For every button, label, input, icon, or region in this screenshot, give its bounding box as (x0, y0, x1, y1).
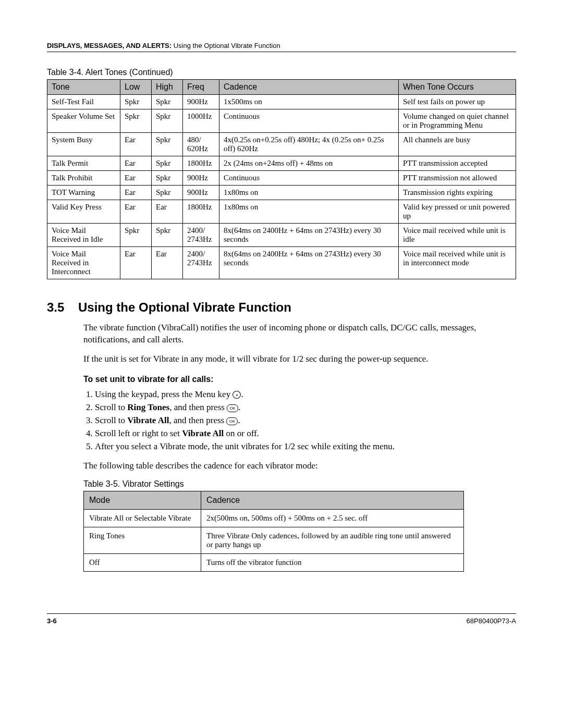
col-cadence: Cadence (219, 80, 399, 95)
table-row: Vibrate All or Selectable Vibrate2x(500m… (84, 510, 464, 527)
page-footer: 3-6 68P80400P73-A (47, 613, 516, 625)
vibrator-settings-table: Mode Cadence Vibrate All or Selectable V… (83, 491, 464, 572)
table-row: Voice Mail Received in InterconnectEarEa… (47, 247, 516, 279)
table-row: Voice Mail Received in IdleSpkrSpkr2400/… (47, 224, 516, 247)
table-row: Talk PermitEarSpkr1800Hz2x (24ms on+24ms… (47, 156, 516, 171)
col-cadence: Cadence (201, 491, 464, 510)
table-row: Talk ProhibitEarSpkr900HzContinuousPTT t… (47, 171, 516, 186)
table-row: Valid Key PressEarEar1800Hz1x80ms onVali… (47, 200, 516, 224)
col-mode: Mode (84, 491, 201, 510)
alert-tones-table: Tone Low High Freq Cadence When Tone Occ… (47, 79, 516, 279)
table-row: Speaker Volume SetSpkrSpkr1000HzContinuo… (47, 109, 516, 133)
table-row: OffTurns off the vibrator function (84, 554, 464, 572)
para-2: If the unit is set for Vibrate in any mo… (83, 353, 516, 365)
table-3-5-caption: Table 3-5. Vibrator Settings (83, 479, 516, 489)
col-when: When Tone Occurs (399, 80, 516, 95)
section-title: Using the Optional Vibrate Function (78, 300, 291, 314)
col-tone: Tone (47, 80, 120, 95)
table-header-row: Mode Cadence (84, 491, 464, 510)
ok-key-icon: OK (227, 404, 238, 412)
page-number: 3-6 (47, 617, 57, 625)
col-freq: Freq (183, 80, 219, 95)
para-3: The following table describes the cadenc… (83, 460, 516, 472)
section-body: The vibrate function (VibraCall) notifie… (83, 322, 516, 472)
step-3: Scroll to Vibrate All, and then press OK… (95, 415, 516, 427)
subheading: To set unit to vibrate for all calls: (83, 374, 516, 385)
table-row: Self-Test FailSpkrSpkr900Hz1x500ms onSel… (47, 95, 516, 109)
section-heading: 3.5Using the Optional Vibrate Function (47, 300, 516, 315)
step-4: Scroll left or right to set Vibrate All … (95, 428, 516, 440)
para-1: The vibrate function (VibraCall) notifie… (83, 322, 516, 346)
header-rest: Using the Optional Vibrate Function (172, 42, 280, 50)
header-bold: DISPLAYS, MESSAGES, AND ALERTS: (47, 42, 172, 50)
table-header-row: Tone Low High Freq Cadence When Tone Occ… (47, 80, 516, 95)
page-header: DISPLAYS, MESSAGES, AND ALERTS: Using th… (47, 42, 516, 50)
step-5: After you select a Vibrate mode, the uni… (95, 441, 516, 453)
menu-key-icon: ▪ (232, 391, 241, 399)
table-row: System BusyEarSpkr480/ 620Hz4x(0.25s on+… (47, 133, 516, 156)
header-rule (47, 52, 516, 52)
table-row: TOT WarningEarSpkr900Hz1x80ms onTransmis… (47, 186, 516, 200)
section-number: 3.5 (47, 300, 78, 315)
ok-key-icon: OK (226, 417, 238, 425)
col-high: High (152, 80, 183, 95)
steps-list: Using the keypad, press the Menu key ▪. … (83, 389, 516, 453)
table-3-4-caption: Table 3-4. Alert Tones (Continued) (47, 68, 516, 77)
document-number: 68P80400P73-A (467, 617, 516, 625)
step-1: Using the keypad, press the Menu key ▪. (95, 389, 516, 401)
table-row: Ring TonesThree Vibrate Only cadences, f… (84, 527, 464, 554)
col-low: Low (120, 80, 152, 95)
step-2: Scroll to Ring Tones, and then press OK. (95, 402, 516, 414)
